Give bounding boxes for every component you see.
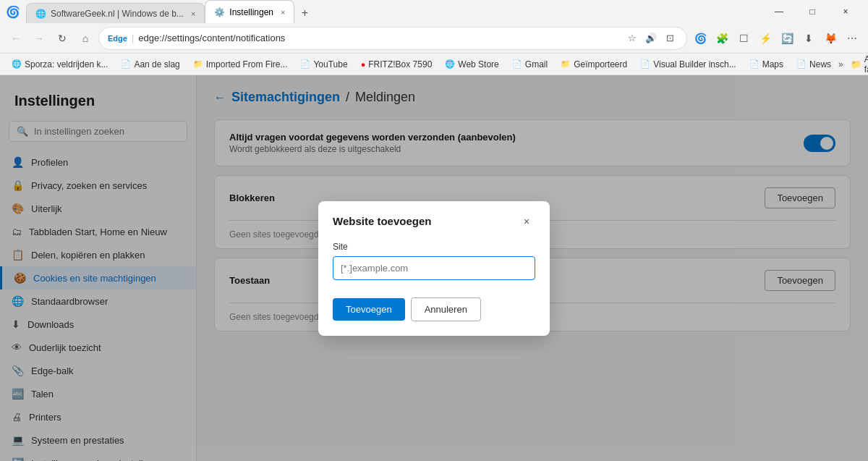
bookmark-imported-icon: 📁 (193, 59, 203, 69)
bookmark-imported[interactable]: 📁 Imported From Fire... (187, 58, 294, 71)
refresh-button[interactable]: ↻ (52, 28, 72, 48)
toolbar-icons: 🌀 🧩 ☐ ⚡ 🔄 ⬇ 🦊 ⋯ (690, 28, 862, 48)
close-button[interactable]: × (829, 0, 862, 23)
edge-label: Edge (108, 34, 127, 43)
extensions-icon[interactable]: 🧩 (712, 28, 732, 48)
bookmark-maps-label: Maps (762, 59, 783, 69)
bookmark-gmail[interactable]: 📄 Gmail (506, 58, 553, 71)
dialog-footer: Toevoegen Annuleren (318, 292, 550, 336)
bookmark-gmail-label: Gmail (525, 59, 548, 69)
bookmark-aan-de-slag[interactable]: 📄 Aan de slag (115, 58, 185, 71)
title-bar: 🌀 🌐 SoftwareGeek.nl | Windows de b... × … (0, 0, 868, 23)
dialog-overlay: Website toevoegen × Site Toevoegen Annul… (0, 75, 868, 461)
window-controls: — □ × (762, 0, 862, 23)
forward-button[interactable]: → (29, 28, 49, 48)
back-icon: ← (11, 33, 21, 44)
bookmark-webstore[interactable]: 🌐 Web Store (439, 58, 504, 71)
dialog-body: Site (318, 236, 550, 292)
bookmarks-more-button[interactable]: » (838, 56, 843, 72)
bookmark-maps[interactable]: 📄 Maps (744, 58, 789, 71)
bookmark-aan-de-slag-label: Aan de slag (134, 59, 179, 69)
bookmark-visual-builder[interactable]: 📄 Visual Builder insch... (634, 58, 742, 71)
refresh-page-icon[interactable]: 🔄 (777, 28, 797, 48)
home-icon: ⌂ (82, 33, 88, 44)
bookmark-webstore-label: Web Store (458, 59, 498, 69)
bookmark-imported-label: Imported From Fire... (206, 59, 288, 69)
maximize-button[interactable]: □ (796, 0, 829, 23)
refresh-icon: ↻ (58, 33, 67, 44)
bookmark-sporza-icon: 🌐 (12, 59, 22, 69)
dialog: Website toevoegen × Site Toevoegen Annul… (318, 201, 550, 336)
favorites-folder-icon: 📁 (851, 59, 861, 69)
bookmark-webstore-icon: 🌐 (445, 59, 455, 69)
home-button[interactable]: ⌂ (75, 28, 95, 48)
browser-essentials-icon[interactable]: ⚡ (755, 28, 775, 48)
bookmark-fritzbox-icon: ● (361, 60, 366, 69)
bookmark-fritzbox[interactable]: ● FRITZ!Box 7590 (355, 58, 438, 71)
forward-icon: → (34, 33, 44, 44)
favorites-folder[interactable]: 📁 Andere favorieten (845, 54, 868, 75)
address-input-wrap[interactable]: Edge | edge://settings/content/notificat… (98, 27, 687, 50)
bookmark-news-icon: 📄 (796, 59, 807, 69)
dialog-add-button[interactable]: Toevoegen (333, 298, 405, 321)
dialog-cancel-button[interactable]: Annuleren (411, 297, 481, 321)
tab-close-inactive[interactable]: × (191, 9, 195, 18)
split-icon[interactable]: ⊡ (662, 30, 678, 46)
read-aloud-icon[interactable]: 🔊 (643, 30, 659, 46)
tab-close-active[interactable]: × (281, 8, 285, 17)
bookmark-youtube[interactable]: 📄 YouTube (294, 58, 353, 71)
new-tab-button[interactable]: + (294, 3, 315, 23)
bookmarks-bar: 🌐 Sporza: veldrijden k... 📄 Aan de slag … (0, 54, 868, 75)
address-bar: ← → ↻ ⌂ Edge | edge://settings/content/n… (0, 23, 868, 54)
bookmark-maps-icon: 📄 (749, 59, 760, 69)
bookmark-youtube-icon: 📄 (300, 59, 310, 69)
address-divider: | (132, 33, 134, 43)
bookmark-geimporteerd-label: Geïmporteerd (574, 59, 627, 69)
downloads-icon[interactable]: ⬇ (799, 28, 819, 48)
browser-logo: 🌀 (6, 5, 20, 19)
tab-inactive[interactable]: 🌐 SoftwareGeek.nl | Windows de b... × (26, 3, 205, 23)
minimize-button[interactable]: — (762, 0, 796, 23)
bookmark-geimporteerd-icon: 📁 (561, 59, 571, 69)
browser-chrome: 🌀 🌐 SoftwareGeek.nl | Windows de b... × … (0, 0, 868, 75)
dialog-site-input[interactable] (333, 256, 535, 280)
tab-bar: 🌐 SoftwareGeek.nl | Windows de b... × ⚙️… (26, 0, 757, 23)
favorites-folder-label: Andere favorieten (864, 54, 868, 75)
bookmark-sporza-label: Sporza: veldrijden k... (25, 59, 108, 69)
bookmark-fritzbox-label: FRITZ!Box 7590 (368, 59, 432, 69)
tab-active[interactable]: ⚙️ Instellingen × (205, 0, 294, 23)
tab-active-title: Instellingen (229, 7, 273, 17)
collections-icon[interactable]: ☐ (733, 28, 754, 48)
back-button[interactable]: ← (6, 28, 26, 48)
bookmark-youtube-label: YouTube (313, 59, 347, 69)
favorites-icon[interactable]: ☆ (624, 30, 640, 46)
tab-inactive-title: SoftwareGeek.nl | Windows de b... (51, 9, 184, 19)
menu-icon[interactable]: ⋯ (842, 28, 862, 48)
dialog-title: Website toevoegen (333, 215, 431, 227)
dialog-header: Website toevoegen × (318, 201, 550, 236)
address-icons: ☆ 🔊 ⊡ (624, 30, 678, 46)
bookmark-geimporteerd[interactable]: 📁 Geïmporteerd (555, 58, 633, 71)
bookmark-sporza[interactable]: 🌐 Sporza: veldrijden k... (6, 58, 114, 71)
bookmark-news[interactable]: 📄 News (791, 58, 837, 71)
bookmark-visual-builder-label: Visual Builder insch... (653, 59, 736, 69)
dialog-site-label: Site (333, 242, 535, 252)
bookmark-gmail-icon: 📄 (512, 59, 522, 69)
bookmark-aan-de-slag-icon: 📄 (121, 59, 131, 69)
dialog-close-button[interactable]: × (518, 213, 535, 230)
tor-icon[interactable]: 🦊 (820, 28, 841, 48)
bookmark-visual-builder-icon: 📄 (640, 59, 650, 69)
copilot-icon[interactable]: 🌀 (690, 28, 710, 48)
bookmark-news-label: News (809, 59, 831, 69)
url-display: edge://settings/content/notifications (138, 33, 620, 43)
